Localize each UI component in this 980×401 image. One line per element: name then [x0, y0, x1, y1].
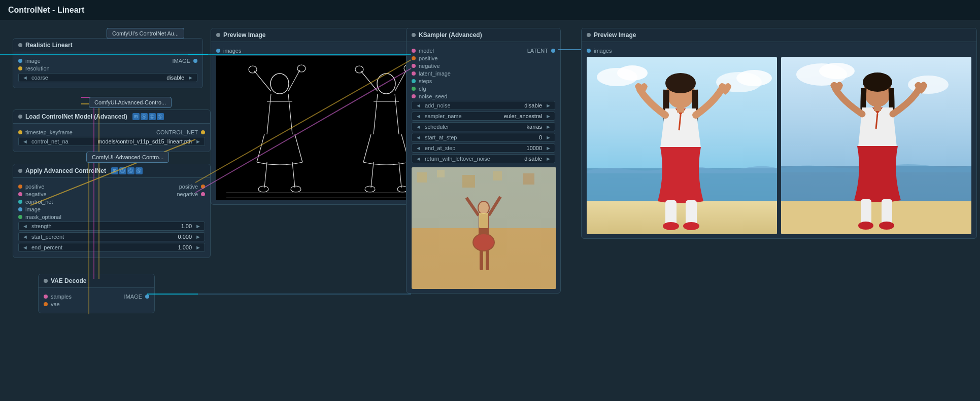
node-title-realistic-lineart: Realistic Lineart	[25, 42, 73, 49]
node-status-dot-ksampler	[412, 33, 416, 37]
arrow-left-start[interactable]: ◄	[21, 234, 29, 240]
arrow-right-start[interactable]: ►	[194, 234, 202, 240]
port-mask-optional: mask_optional	[18, 214, 205, 220]
slider-start-percent[interactable]: ◄ start_percent 0.000 ►	[18, 232, 205, 241]
badge-icon-a3: Ⓒ	[127, 167, 134, 174]
model-path-label: control_net_na	[29, 138, 95, 144]
svg-rect-48	[587, 201, 777, 234]
arrow-left-start-step[interactable]: ◄	[414, 134, 423, 140]
port-model: model LATENT	[412, 48, 555, 54]
arrow-right-model[interactable]: ►	[194, 138, 202, 144]
arrow-left-sampler[interactable]: ◄	[414, 113, 423, 119]
port-dot-negative-ksampler	[412, 64, 416, 68]
port-control-net: control_net	[18, 199, 205, 205]
port-dot-image-vae-out	[145, 295, 149, 299]
port-dot-negative-in	[18, 192, 22, 196]
svg-rect-51	[665, 200, 677, 226]
dropdown-return-noise[interactable]: ◄ return_with_leftover_noise disable ►	[412, 154, 555, 163]
node-header-apply-controlnet: Apply Advanced ControlNet ⊞ Ⓐ Ⓒ Ⓝ	[13, 164, 210, 178]
node-ksampler: KSampler (Advanced) model LATENT positiv…	[406, 28, 561, 294]
arrow-left-add-noise[interactable]: ◄	[414, 102, 423, 108]
svg-point-44	[617, 65, 648, 81]
port-dot-vae	[44, 302, 48, 306]
arrow-left-model[interactable]: ◄	[21, 138, 29, 144]
port-dot-mask	[18, 215, 22, 219]
coarse-dropdown[interactable]: ◄ coarse disable ►	[18, 73, 197, 82]
port-image: image IMAGE	[18, 58, 197, 64]
tooltip-2: ComfyUI-Advanced-Contro...	[89, 97, 172, 108]
port-image-in: image	[18, 206, 205, 212]
arrow-left-end-step[interactable]: ◄	[414, 145, 423, 151]
node-header-preview-2: Preview Image	[582, 28, 976, 42]
slider-end-percent[interactable]: ◄ end_percent 1.000 ►	[18, 243, 205, 252]
svg-rect-68	[874, 105, 881, 111]
dropdown-add-noise[interactable]: ◄ add_noise disable ►	[412, 101, 555, 110]
node-load-controlnet: Load ControlNet Model (Advanced) ⊞ Ⓐ Ⓒ Ⓝ…	[13, 110, 211, 152]
preview-images-row	[587, 57, 971, 234]
arrow-left-coarse[interactable]: ◄	[21, 75, 29, 81]
arrow-right-end-step[interactable]: ►	[544, 145, 553, 151]
dropdown-sampler-name[interactable]: ◄ sampler_name euler_ancestral ►	[412, 112, 555, 121]
arrow-right-add-noise[interactable]: ►	[544, 102, 553, 108]
port-negative: negative negative	[18, 191, 205, 197]
dropdown-scheduler[interactable]: ◄ scheduler karras ►	[412, 122, 555, 131]
arrow-right-scheduler[interactable]: ►	[544, 124, 553, 130]
node-status-dot-load	[18, 115, 22, 119]
svg-point-53	[663, 222, 679, 230]
arrow-right-sampler[interactable]: ►	[544, 113, 553, 119]
arrow-left-scheduler[interactable]: ◄	[414, 124, 423, 130]
title-bar: ControlNet - Lineart	[0, 0, 980, 20]
arrow-right-strength[interactable]: ►	[194, 223, 202, 229]
port-steps: steps	[412, 78, 555, 84]
node-status-dot-vae	[44, 279, 48, 283]
arrow-right-return-noise[interactable]: ►	[544, 156, 553, 162]
port-resolution: resolution	[18, 65, 197, 71]
svg-rect-64	[861, 199, 871, 225]
port-dot-noise-seed	[412, 94, 416, 98]
svg-rect-65	[882, 199, 892, 225]
arrow-right-end[interactable]: ►	[194, 244, 202, 250]
node-status-dot-preview2	[587, 33, 591, 37]
node-title-vae-decode: VAE Decode	[51, 277, 86, 284]
tooltip-1: ComfyUI's ControlNet Au...	[107, 28, 184, 39]
arrow-left-strength[interactable]: ◄	[21, 223, 29, 229]
svg-point-67	[879, 222, 894, 230]
node-vae-decode: VAE Decode samples IMAGE vae	[38, 274, 155, 313]
port-samples: samples IMAGE	[44, 294, 149, 300]
port-latent-image: latent_image	[412, 70, 555, 77]
arrow-left-end[interactable]: ◄	[21, 244, 29, 250]
generated-svg	[412, 167, 556, 289]
badge-icon-a2: Ⓐ	[119, 167, 126, 174]
port-positive-ksampler: positive	[412, 55, 555, 61]
svg-point-46	[736, 70, 772, 86]
port-dot-negative-out	[201, 192, 205, 196]
model-path-row[interactable]: ◄ control_net_na models/control_v11p_sd1…	[18, 137, 205, 146]
arrow-left-return-noise[interactable]: ◄	[414, 156, 423, 162]
main-canvas: ControlNet - Lineart ComfyUI's ControlNe…	[0, 0, 980, 401]
node-title-load-controlnet: Load ControlNet Model (Advanced)	[25, 113, 127, 120]
port-dot-latent-image	[412, 71, 416, 76]
port-dot-image-out	[193, 59, 197, 63]
node-body-apply-controlnet: positive positive negative negative	[13, 178, 210, 258]
dropdown-start-at-step[interactable]: ◄ start_at_step 0 ►	[412, 133, 555, 142]
node-body-vae-decode: samples IMAGE vae	[39, 288, 154, 313]
port-dot-model	[412, 49, 416, 53]
port-dot-resolution	[18, 66, 22, 70]
svg-rect-55	[677, 106, 684, 113]
arrow-right-coarse[interactable]: ►	[186, 75, 195, 81]
arrow-right-start-step[interactable]: ►	[544, 134, 553, 140]
badge-icon-a1: ⊞	[111, 167, 118, 174]
slider-strength[interactable]: ◄ strength 1.00 ►	[18, 222, 205, 231]
badge-icon-3: Ⓒ	[149, 113, 156, 120]
port-dot-cfg	[412, 87, 416, 91]
dropdown-end-at-step[interactable]: ◄ end_at_step 10000 ►	[412, 143, 555, 153]
port-dot-images-preview1	[216, 49, 220, 53]
port-dot-image-in	[18, 59, 22, 63]
port-images-preview1: images	[216, 48, 438, 54]
photo2-svg	[781, 57, 971, 234]
port-dot-images-preview2	[587, 49, 591, 53]
port-dot-positive-out	[201, 185, 205, 189]
preview-photo-2	[781, 57, 971, 234]
port-dot-samples	[44, 295, 48, 299]
svg-point-54	[683, 222, 699, 230]
